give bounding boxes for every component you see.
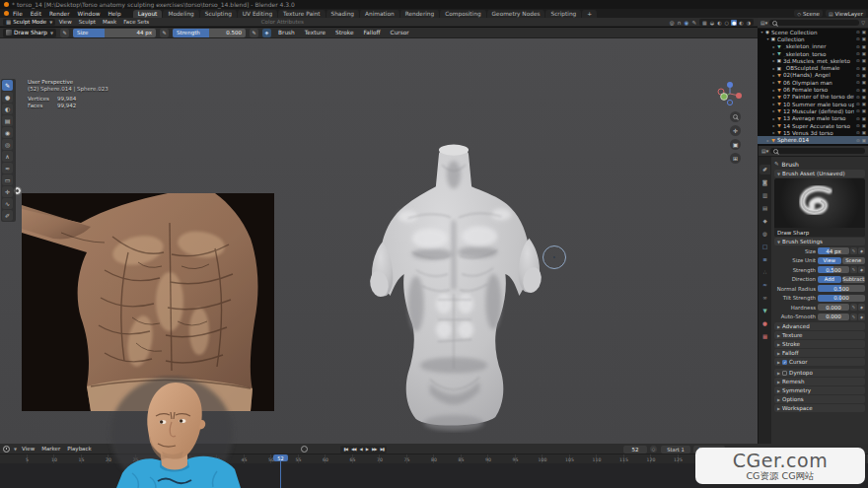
outliner-row[interactable]: ▸ ▼ 13 Average male torso ⊙ ▣	[758, 115, 868, 122]
workspace-tab[interactable]: Sculpting	[200, 10, 237, 18]
workspace-tab[interactable]: Texture Paint	[278, 10, 325, 18]
tool-button[interactable]: ∿	[2, 198, 13, 209]
view-layer-selector[interactable]: ▤ ViewLayer	[826, 10, 866, 17]
hide-viewport-icon[interactable]: ⊙	[856, 108, 860, 113]
collapsed-section-header[interactable]: ▶ Stroke	[774, 340, 865, 348]
unified-icon[interactable]: ◈	[858, 266, 865, 273]
outliner-row[interactable]: ▸ ▣ _OBSculpted_female ⊙ ▣	[758, 64, 868, 71]
tool-button[interactable]: ✐	[2, 210, 13, 221]
playback-button[interactable]: ▶▶	[370, 447, 377, 452]
tool-button[interactable]: ◎	[2, 139, 13, 150]
perspective-toggle-icon[interactable]: ⊞	[730, 153, 741, 164]
workspace-tab[interactable]: Layout	[133, 10, 163, 18]
panel-section-header[interactable]: ▶ Options	[774, 395, 865, 403]
tool-button[interactable]: ✎	[2, 80, 13, 91]
disable-render-icon[interactable]: ▣	[862, 66, 866, 71]
properties-tab[interactable]: ◆	[760, 216, 770, 226]
workspace-tab[interactable]: Compositing	[440, 10, 485, 18]
tool-button[interactable]: ▭	[2, 174, 13, 185]
panel-section-header[interactable]: ▶ Dyntopo	[774, 369, 865, 377]
properties-tab[interactable]: ∞	[760, 293, 770, 303]
viewport-header-icon[interactable]: ◎	[670, 20, 675, 26]
disable-render-icon[interactable]: ▣	[862, 116, 866, 121]
auto-keying-icon[interactable]	[301, 446, 308, 453]
workspace-tab[interactable]: Scripting	[545, 10, 581, 18]
disable-render-icon[interactable]: ▣	[862, 88, 866, 93]
size-pressure-icon[interactable]: ✎	[160, 29, 169, 37]
strength-pressure-icon[interactable]: ✎	[250, 29, 258, 37]
shading-toggle-icon[interactable]: ◐	[738, 20, 744, 26]
hide-viewport-icon[interactable]: ⊙	[856, 138, 860, 143]
playhead-frame-label[interactable]: 52	[273, 454, 288, 461]
outliner-row[interactable]: ▸ ▼ 07 Painter of the torso deformed ⊙ ▣	[758, 94, 868, 101]
setting-slider[interactable]: 0.500	[818, 266, 849, 273]
tool-settings-menu[interactable]: Falloff	[360, 30, 383, 35]
disable-render-icon[interactable]: ▣	[862, 123, 866, 128]
shading-toggle-icon[interactable]: ◐	[716, 20, 722, 26]
hide-viewport-icon[interactable]: ⊙	[856, 102, 860, 106]
setting-slider[interactable]: 0.000	[818, 304, 849, 311]
properties-search-input[interactable]	[770, 148, 865, 154]
hide-viewport-icon[interactable]: ⊙	[856, 58, 860, 63]
disable-render-icon[interactable]: ▣	[862, 30, 866, 35]
workspace-tab[interactable]: Geometry Nodes	[487, 10, 545, 18]
frame-start-field[interactable]: Start 1	[661, 446, 690, 453]
disable-render-icon[interactable]: ▣	[862, 102, 866, 106]
properties-tab[interactable]: ∴	[760, 267, 770, 277]
segment-option-a[interactable]: View	[818, 257, 841, 264]
viewport-header-icon[interactable]: ✎	[691, 20, 696, 26]
tool-button[interactable]: ◐	[2, 104, 13, 114]
hide-viewport-icon[interactable]: ⊙	[856, 130, 860, 135]
hide-viewport-icon[interactable]: ⊙	[856, 80, 860, 85]
setting-slider[interactable]: 0.000	[818, 314, 849, 320]
hide-viewport-icon[interactable]: ⊙	[856, 51, 860, 56]
outliner-row[interactable]: ▾ ▣ Collection ⊙ ▣	[758, 35, 868, 42]
playback-button[interactable]: ◀◀	[350, 447, 357, 452]
brush-edit-icon[interactable]: ✎	[60, 29, 69, 37]
section-brush-asset[interactable]: ▼ Brush Asset (Unsaved)	[774, 170, 865, 177]
tool-button[interactable]: ◉	[2, 127, 13, 138]
hide-viewport-icon[interactable]: ⊙	[856, 44, 860, 49]
workspace-tab[interactable]: UV Editing	[238, 10, 277, 18]
workspace-tab[interactable]: Modeling	[163, 10, 198, 18]
unified-strength-icon[interactable]: ◈	[262, 29, 271, 37]
tool-button[interactable]: ✛	[2, 186, 13, 197]
navigation-gizmo[interactable]	[716, 80, 744, 107]
pan-hand-icon[interactable]: ✛	[730, 125, 741, 136]
section-brush-settings[interactable]: ▼ Brush Settings	[774, 238, 865, 245]
sculpted-torso-model[interactable]	[343, 135, 568, 433]
properties-tab[interactable]: ▦	[760, 331, 770, 341]
size-slider[interactable]: Size 44 px	[73, 29, 156, 37]
menubar-menu[interactable]: Render	[45, 11, 74, 17]
viewport-menu[interactable]: View	[55, 19, 75, 25]
pressure-icon[interactable]: ✎	[850, 304, 857, 311]
outliner-row[interactable]: ▸ ▼ 06 Female torso ⊙ ▣	[758, 86, 868, 93]
disable-render-icon[interactable]: ▣	[862, 36, 866, 41]
playback-button[interactable]: ▶▮	[379, 447, 386, 452]
hide-viewport-icon[interactable]: ⊙	[856, 30, 860, 35]
properties-tab[interactable]: ▼	[760, 306, 770, 315]
scene-selector[interactable]: ◇ Scene	[794, 10, 823, 17]
disable-render-icon[interactable]: ▣	[862, 44, 866, 49]
hide-viewport-icon[interactable]: ⊙	[856, 73, 860, 78]
setting-slider[interactable]: 0.500	[818, 285, 865, 292]
tool-button[interactable]: ∧	[2, 151, 13, 162]
setting-slider[interactable]: 0.000	[818, 295, 865, 302]
collapsed-section-header[interactable]: ▶ ✓ Cursor	[774, 358, 865, 366]
outliner-row[interactable]: ▾ ◉ Scene Collection ⊙ ▣	[758, 29, 868, 35]
workspace-tab[interactable]: Shading	[326, 10, 360, 18]
collapsed-section-header[interactable]: ▶ Texture	[774, 331, 865, 339]
shading-toggle-icon[interactable]: ○	[724, 20, 730, 26]
hide-viewport-icon[interactable]: ⊙	[856, 36, 860, 41]
viewport-menu[interactable]: Face Sets	[120, 19, 153, 25]
panel-section-header[interactable]: ▶ Symmetry	[774, 386, 865, 394]
segment-option-a[interactable]: Add	[818, 276, 841, 283]
collapsed-section-header[interactable]: ▶ Falloff	[774, 349, 865, 357]
disable-render-icon[interactable]: ▣	[862, 73, 866, 78]
filter-icon[interactable]: ▽	[861, 20, 865, 26]
keying-set-icon[interactable]: ○	[650, 446, 657, 453]
disable-render-icon[interactable]: ▣	[862, 51, 866, 56]
viewport-header-icon[interactable]: ◉	[685, 20, 689, 26]
segment-option-b[interactable]: Subtract	[842, 276, 866, 283]
properties-tab[interactable]: ≡	[760, 254, 770, 264]
